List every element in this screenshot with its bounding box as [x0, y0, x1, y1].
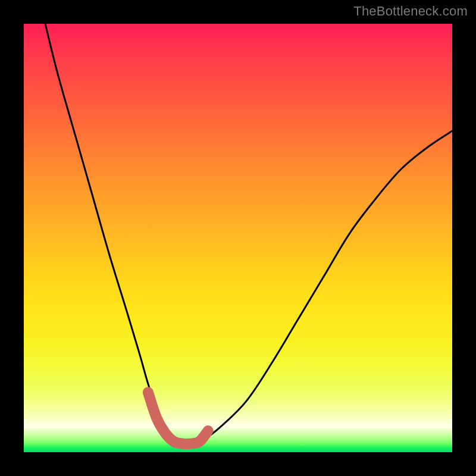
- chart-frame: TheBottleneck.com: [0, 0, 476, 476]
- optimal-zone-marker: [148, 392, 208, 444]
- watermark-text: TheBottleneck.com: [353, 4, 468, 19]
- chart-plot-area: [24, 24, 452, 452]
- chart-svg: [24, 24, 452, 452]
- bottleneck-curve: [45, 24, 452, 444]
